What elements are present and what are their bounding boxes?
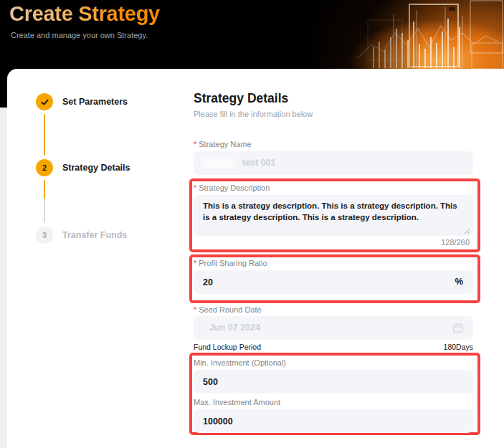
profit-sharing-ratio-label: *Profit Sharing Ratio bbox=[194, 259, 267, 267]
max-investment-input[interactable] bbox=[194, 409, 473, 433]
seed-round-date-wrap: Jun 07 2024 bbox=[194, 316, 473, 340]
percent-suffix: % bbox=[455, 276, 463, 287]
step-3-number: 3 bbox=[42, 231, 47, 239]
resize-handle-icon[interactable] bbox=[463, 227, 470, 234]
profit-sharing-ratio-input[interactable] bbox=[194, 270, 473, 294]
redacted-text-blur bbox=[202, 158, 235, 168]
check-icon bbox=[40, 97, 49, 107]
create-strategy-card: Set Parameters 2 Strategy Details 3 Tran… bbox=[7, 69, 504, 448]
artwork-fade-overlay bbox=[296, 0, 432, 70]
page-subtitle: Create and manage your own Strategy. bbox=[11, 31, 148, 39]
min-investment-input[interactable] bbox=[194, 370, 473, 394]
required-mark: * bbox=[194, 184, 196, 192]
strategy-description-textarea[interactable]: This is a strategy description. This is … bbox=[194, 195, 473, 236]
fund-lockup-label: Fund Lockup Period bbox=[194, 343, 261, 351]
step-1-indicator bbox=[36, 93, 53, 110]
step-2-number: 2 bbox=[42, 163, 47, 172]
max-investment-label: Max. Investment Amount bbox=[194, 398, 280, 406]
fund-lockup-row: Fund Lockup Period 180Days bbox=[194, 343, 473, 351]
seed-round-date-value: Jun 07 2024 bbox=[209, 323, 260, 333]
calendar-icon bbox=[452, 322, 464, 333]
required-mark: * bbox=[194, 140, 196, 148]
step-1-label: Set Parameters bbox=[62, 97, 128, 107]
strategy-description-label: *Strategy Description bbox=[194, 184, 270, 192]
required-mark: * bbox=[194, 305, 196, 314]
header-chart-artwork bbox=[296, 0, 504, 70]
fund-lockup-value: 180Days bbox=[444, 343, 473, 351]
step-connector-1 bbox=[44, 114, 45, 156]
required-mark: * bbox=[194, 259, 196, 267]
step-connector-2 bbox=[44, 180, 45, 223]
step-3-indicator: 3 bbox=[36, 227, 53, 244]
profit-sharing-ratio-wrap: % bbox=[194, 270, 473, 294]
strategy-name-value: test 001 bbox=[242, 158, 276, 168]
page-title: Create Strategy bbox=[9, 2, 160, 26]
strategy-name-label: *Strategy Name bbox=[194, 140, 252, 148]
step-2-label: Strategy Details bbox=[62, 163, 130, 173]
strategy-name-field-wrap: test 001 bbox=[194, 151, 473, 175]
step-3-label: Transfer Funds bbox=[62, 230, 127, 240]
form-subheading: Please fill in the information below bbox=[194, 110, 313, 118]
strategy-name-input bbox=[194, 151, 473, 175]
min-investment-label: Min. Investment (Optional) bbox=[194, 358, 286, 367]
form-heading: Strategy Details bbox=[194, 91, 288, 106]
seed-round-date-label: *Seed Round Date bbox=[194, 305, 262, 314]
description-char-counter: 128/260 bbox=[194, 238, 470, 247]
step-2-indicator: 2 bbox=[36, 159, 53, 176]
